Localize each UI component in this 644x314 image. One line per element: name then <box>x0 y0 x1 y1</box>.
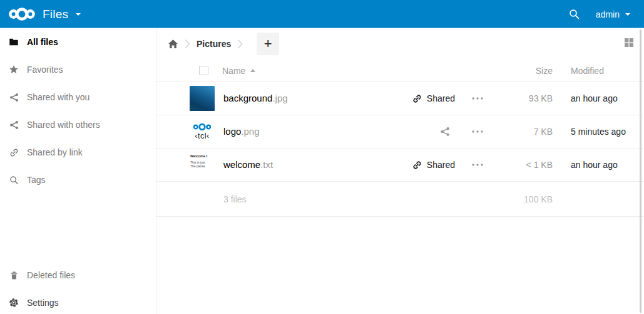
file-modified: an hour ago <box>571 160 644 170</box>
user-menu[interactable]: admin <box>596 9 630 19</box>
more-actions-icon[interactable] <box>465 164 490 166</box>
home-icon[interactable] <box>168 39 178 50</box>
sort-ascending-icon <box>250 69 255 72</box>
file-modified: an hour ago <box>571 93 644 103</box>
select-all-checkbox[interactable] <box>199 66 208 75</box>
add-new-button[interactable]: + <box>257 33 279 55</box>
sidebar-item-shared-by-link[interactable]: Shared by link <box>0 139 156 166</box>
share-icon <box>9 120 19 130</box>
app-title: Files <box>43 8 68 21</box>
column-label: Name <box>222 66 245 76</box>
share-icon <box>9 93 19 102</box>
magnifier-icon <box>9 175 19 185</box>
sidebar-item-label: All files <box>27 37 58 47</box>
sidebar-item-label: Shared by link <box>27 147 83 157</box>
sidebar-item-label: Tags <box>27 175 46 185</box>
share-button[interactable] <box>440 127 455 137</box>
file-size: 7 KB <box>490 127 553 137</box>
chevron-down-icon <box>625 13 630 16</box>
sidebar-item-label: Shared with others <box>27 120 100 130</box>
thumbnail-text-line: Welcome t <box>190 154 214 158</box>
username: admin <box>596 9 620 19</box>
sidebar-item-label: Settings <box>27 298 59 308</box>
link-icon <box>9 148 19 157</box>
file-extension: .jpg <box>272 93 287 103</box>
sidebar-item-deleted-files[interactable]: Deleted files <box>0 261 156 289</box>
column-header-modified[interactable]: Modified <box>571 66 644 76</box>
share-icon <box>440 127 450 137</box>
search-icon[interactable] <box>569 9 580 19</box>
files-content: Pictures + Name Size Modified background… <box>156 28 644 314</box>
file-size: < 1 KB <box>490 160 553 170</box>
file-list-summary: 3 files 100 KB <box>156 182 644 217</box>
thumbnail-text-line: The packa <box>190 164 214 168</box>
file-row-welcome-txt[interactable]: Welcome t This is just The packa welcome… <box>156 149 644 182</box>
more-actions-icon[interactable] <box>465 130 490 133</box>
more-actions-icon[interactable] <box>465 97 490 100</box>
file-thumbnail[interactable]: Welcome t This is just The packa <box>190 152 215 177</box>
sidebar-item-all-files[interactable]: All files <box>0 28 156 56</box>
file-table-header: Name Size Modified <box>156 60 644 82</box>
link-icon <box>412 160 422 170</box>
column-header-name[interactable]: Name <box>222 66 255 76</box>
sidebar-item-tags[interactable]: Tags <box>0 166 156 194</box>
shared-status-button[interactable]: Shared <box>412 93 455 103</box>
total-size: 100 KB <box>490 194 553 204</box>
sidebar-bottom: Deleted files Settings <box>0 261 156 314</box>
gear-icon <box>9 298 19 308</box>
file-extension: .png <box>241 126 259 137</box>
file-thumbnail[interactable] <box>190 86 215 111</box>
grid-view-toggle-icon[interactable] <box>624 38 634 48</box>
sidebar-item-favorites[interactable]: Favorites <box>0 56 156 83</box>
folder-icon <box>9 37 19 47</box>
sidebar-item-label: Deleted files <box>27 270 75 280</box>
header-actions: admin <box>569 9 644 19</box>
app-menu[interactable]: Files <box>0 4 81 24</box>
shared-label: Shared <box>427 93 455 103</box>
file-row-background-jpg[interactable]: background.jpg Shared 93 KB an hour ago <box>156 82 644 115</box>
sidebar-item-settings[interactable]: Settings <box>0 289 156 314</box>
file-count: 3 files <box>223 194 247 204</box>
file-name[interactable]: welcome.txt <box>223 159 273 170</box>
file-basename: welcome <box>223 159 260 170</box>
shared-label: Shared <box>427 160 455 170</box>
thumbnail-text: ‹tcl‹ <box>195 132 209 140</box>
shared-status-button[interactable]: Shared <box>412 160 455 170</box>
breadcrumb-separator <box>237 39 243 49</box>
breadcrumb-current-folder[interactable]: Pictures <box>197 39 231 49</box>
trash-icon <box>9 271 19 280</box>
sidebar-item-shared-with-you[interactable]: Shared with you <box>0 83 156 111</box>
breadcrumb-separator <box>185 39 190 49</box>
file-row-logo-png[interactable]: ‹tcl‹ logo.png 7 KB 5 minutes ago <box>156 115 644 149</box>
file-modified: 5 minutes ago <box>571 127 644 137</box>
file-basename: logo <box>223 126 241 137</box>
nextcloud-logo-icon <box>8 4 36 24</box>
chevron-down-icon <box>76 13 81 16</box>
file-thumbnail[interactable]: ‹tcl‹ <box>190 119 215 144</box>
star-icon <box>9 65 19 75</box>
file-extension: .txt <box>260 159 273 170</box>
sidebar: All files Favorites Shared with you Shar… <box>0 28 156 314</box>
sidebar-item-label: Favorites <box>27 65 63 75</box>
scrollbar[interactable] <box>640 29 641 313</box>
column-header-size[interactable]: Size <box>490 66 553 76</box>
file-name[interactable]: logo.png <box>223 126 260 137</box>
sidebar-item-label: Shared with you <box>27 92 89 102</box>
top-header: Files admin <box>0 0 644 28</box>
controls-bar: Pictures + <box>156 28 644 60</box>
sidebar-item-shared-with-others[interactable]: Shared with others <box>0 111 156 139</box>
file-basename: background <box>223 93 272 103</box>
file-size: 93 KB <box>490 93 553 103</box>
link-icon <box>412 94 422 103</box>
file-name[interactable]: background.jpg <box>223 93 288 104</box>
